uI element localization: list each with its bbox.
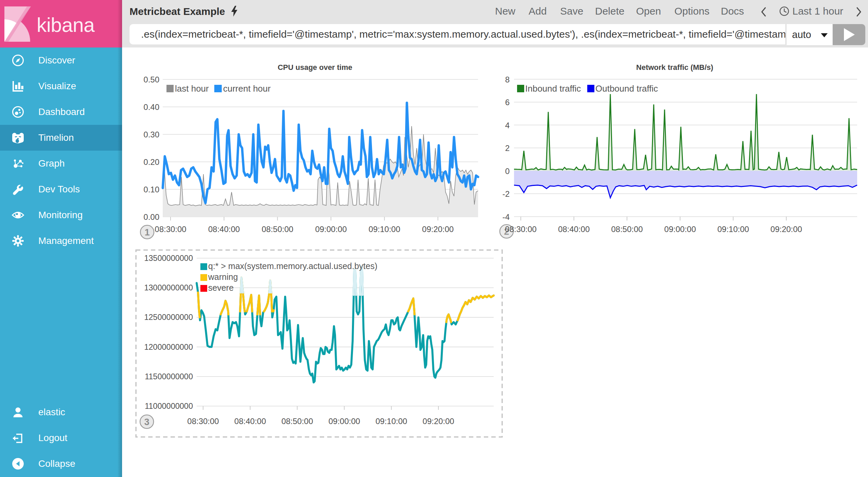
svg-text:severe: severe bbox=[208, 283, 234, 292]
svg-text:q:* > max(system.memory.actual: q:* > max(system.memory.actual.used.byte… bbox=[208, 261, 377, 271]
svg-text:0.40: 0.40 bbox=[143, 102, 159, 112]
svg-text:last hour: last hour bbox=[175, 83, 209, 94]
svg-text:12000000000: 12000000000 bbox=[144, 343, 193, 351]
svg-text:09:00:00: 09:00:00 bbox=[315, 225, 347, 234]
svg-text:13000000000: 13000000000 bbox=[144, 283, 193, 292]
svg-text:08:30:00: 08:30:00 bbox=[505, 225, 536, 234]
svg-text:08:40:00: 08:40:00 bbox=[558, 225, 590, 234]
svg-text:08:30:00: 08:30:00 bbox=[155, 225, 186, 234]
svg-text:4: 4 bbox=[505, 121, 510, 130]
svg-text:current hour: current hour bbox=[223, 83, 271, 94]
svg-text:08:50:00: 08:50:00 bbox=[281, 417, 313, 426]
svg-text:1: 1 bbox=[144, 227, 150, 237]
svg-text:Inbound traffic: Inbound traffic bbox=[525, 83, 581, 94]
svg-text:8: 8 bbox=[505, 75, 510, 84]
svg-text:09:00:00: 09:00:00 bbox=[664, 225, 696, 234]
svg-text:Outbound traffic: Outbound traffic bbox=[595, 83, 658, 94]
svg-text:warning: warning bbox=[208, 272, 238, 282]
svg-text:0.30: 0.30 bbox=[143, 130, 159, 139]
svg-text:08:50:00: 08:50:00 bbox=[611, 225, 643, 234]
svg-text:0.10: 0.10 bbox=[143, 185, 159, 194]
svg-text:09:10:00: 09:10:00 bbox=[369, 225, 400, 234]
svg-text:3: 3 bbox=[144, 417, 149, 427]
svg-text:09:00:00: 09:00:00 bbox=[329, 417, 360, 426]
svg-text:08:40:00: 08:40:00 bbox=[234, 417, 266, 426]
svg-text:12500000000: 12500000000 bbox=[144, 313, 193, 322]
svg-text:09:20:00: 09:20:00 bbox=[422, 417, 454, 426]
svg-text:0: 0 bbox=[505, 167, 510, 176]
svg-text:CPU usage over time: CPU usage over time bbox=[278, 63, 352, 72]
svg-text:-4: -4 bbox=[502, 212, 510, 222]
svg-text:08:50:00: 08:50:00 bbox=[262, 225, 293, 234]
svg-text:0.50: 0.50 bbox=[143, 75, 159, 84]
svg-text:09:10:00: 09:10:00 bbox=[717, 225, 749, 234]
svg-text:09:10:00: 09:10:00 bbox=[375, 417, 407, 426]
svg-text:0.00: 0.00 bbox=[143, 212, 159, 222]
svg-text:08:30:00: 08:30:00 bbox=[187, 417, 219, 426]
svg-text:11000000000: 11000000000 bbox=[145, 402, 193, 411]
svg-text:2: 2 bbox=[505, 144, 510, 153]
svg-text:11500000000: 11500000000 bbox=[145, 372, 193, 381]
svg-text:-2: -2 bbox=[502, 189, 510, 198]
svg-text:6: 6 bbox=[505, 98, 510, 107]
svg-text:0.20: 0.20 bbox=[143, 157, 159, 167]
svg-text:13500000000: 13500000000 bbox=[144, 254, 193, 263]
svg-text:Network traffic (MB/s): Network traffic (MB/s) bbox=[636, 63, 713, 72]
svg-text:09:20:00: 09:20:00 bbox=[770, 225, 802, 234]
svg-text:09:20:00: 09:20:00 bbox=[422, 225, 454, 234]
svg-text:08:40:00: 08:40:00 bbox=[208, 225, 240, 234]
